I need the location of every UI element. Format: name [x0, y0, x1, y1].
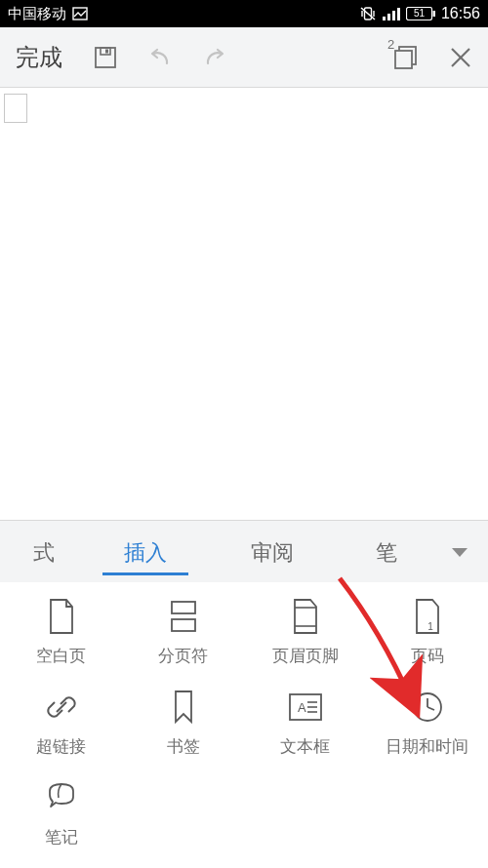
date-time-label: 日期和时间 [386, 735, 468, 758]
svg-line-4 [361, 8, 375, 20]
tab-insert[interactable]: 插入 [82, 525, 209, 579]
page-break-label: 分页符 [158, 645, 208, 667]
svg-rect-7 [392, 11, 395, 20]
insert-panel: 空白页 分页符 页眉页脚 1 页码 超链接 [0, 582, 488, 868]
svg-rect-20 [172, 619, 195, 631]
close-button[interactable] [433, 27, 488, 88]
page-count: 2 [379, 37, 403, 52]
insert-date-time[interactable]: 日期和时间 [366, 681, 488, 764]
document-canvas[interactable] [0, 88, 488, 520]
carrier-label: 中国移动 [8, 5, 66, 23]
blank-page-icon [41, 596, 82, 637]
empty-cell-2 [244, 771, 366, 854]
text-box-label: 文本框 [280, 735, 330, 758]
svg-rect-10 [432, 11, 435, 17]
signal-icon [383, 7, 400, 20]
bookmark-icon [163, 687, 204, 728]
svg-rect-15 [395, 51, 412, 68]
blank-page-label: 空白页 [36, 645, 86, 667]
svg-marker-18 [452, 548, 468, 557]
tab-format[interactable]: 式 [6, 525, 82, 579]
page-number-icon: 1 [407, 596, 448, 637]
clock-label: 16:56 [441, 5, 480, 22]
link-icon [41, 687, 82, 728]
tab-review[interactable]: 审阅 [209, 525, 336, 579]
insert-page-number[interactable]: 1 页码 [366, 590, 488, 673]
header-footer-label: 页眉页脚 [272, 645, 339, 667]
battery-level: 51 [406, 7, 432, 20]
note-icon [41, 777, 82, 818]
empty-cell-1 [122, 771, 244, 854]
tab-pen[interactable]: 笔 [336, 525, 437, 579]
insert-note[interactable]: 笔记 [0, 771, 122, 854]
done-button[interactable]: 完成 [0, 42, 78, 73]
battery-icon: 51 [406, 7, 435, 20]
ribbon-tabs: 式 插入 审阅 笔 [0, 520, 488, 582]
screenshot-icon [72, 7, 88, 20]
empty-cell-3 [366, 771, 488, 854]
page-break-icon [163, 596, 204, 637]
status-bar: 中国移动 51 16:56 [0, 0, 488, 27]
clock-icon [407, 687, 448, 728]
svg-rect-6 [387, 14, 390, 20]
svg-rect-13 [105, 49, 108, 53]
insert-bookmark[interactable]: 书签 [122, 681, 244, 764]
svg-rect-8 [397, 8, 400, 20]
tabs-collapse-button[interactable] [437, 546, 482, 558]
pages-button[interactable]: 2 [379, 27, 433, 88]
insert-header-footer[interactable]: 页眉页脚 [244, 590, 366, 673]
undo-button[interactable] [133, 27, 187, 88]
insert-hyperlink[interactable]: 超链接 [0, 681, 122, 764]
bookmark-label: 书签 [167, 735, 200, 758]
note-label: 笔记 [45, 826, 78, 848]
header-footer-icon [285, 596, 326, 637]
svg-text:A: A [298, 700, 306, 715]
svg-text:1: 1 [427, 621, 433, 632]
redo-button[interactable] [187, 27, 242, 88]
svg-line-32 [427, 707, 434, 710]
svg-rect-5 [383, 17, 386, 20]
hyperlink-label: 超链接 [36, 735, 86, 758]
insert-text-box[interactable]: A 文本框 [244, 681, 366, 764]
save-button[interactable] [78, 27, 133, 88]
page-number-label: 页码 [411, 645, 444, 667]
insert-blank-page[interactable]: 空白页 [0, 590, 122, 673]
app-toolbar: 完成 2 [0, 27, 488, 88]
text-box-icon: A [285, 687, 326, 728]
insert-page-break[interactable]: 分页符 [122, 590, 244, 673]
text-cursor-box [4, 94, 27, 123]
svg-rect-19 [172, 602, 195, 613]
svg-rect-0 [73, 8, 87, 20]
vibrate-icon [359, 6, 377, 21]
